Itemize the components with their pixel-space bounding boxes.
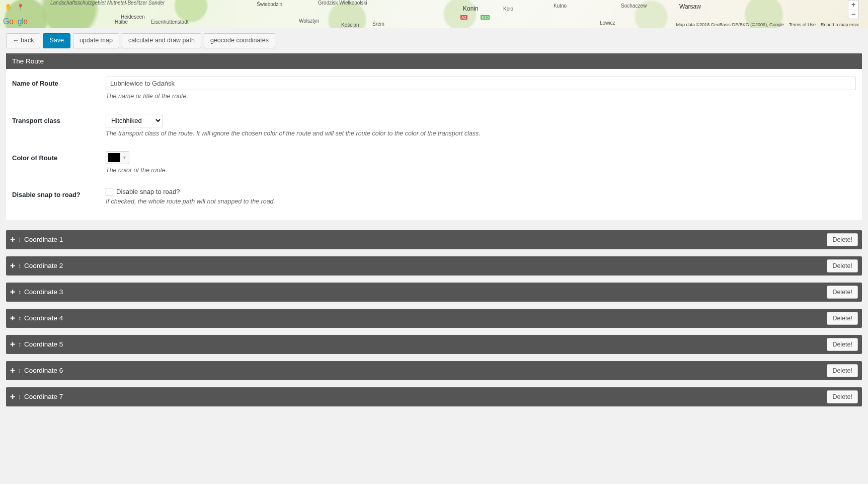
delete-button[interactable]: Delete! [827, 364, 858, 377]
move-icon[interactable]: ✚ [10, 393, 15, 400]
coordinate-handles: ✚↕ [10, 236, 21, 243]
calculate-draw-button[interactable]: calculate and draw path [122, 33, 201, 48]
sort-icon[interactable]: ↕ [18, 341, 21, 348]
map-city-label: Eisenhüttenstadt [151, 19, 189, 25]
zoom-in-button[interactable]: + [848, 1, 858, 10]
map-city-label: Landschaftsschutzgebiet Nuthetal-Beelitz… [50, 0, 165, 6]
move-icon[interactable]: ✚ [10, 315, 15, 322]
map-city-label: Kutno [554, 3, 567, 9]
coordinate-title: Coordinate 7 [24, 393, 827, 400]
color-swatch [108, 153, 120, 162]
coordinate-handles: ✚↕ [10, 315, 21, 322]
map-city-label: Warsaw [679, 3, 701, 10]
map-city-label: Konin [463, 5, 479, 12]
map-data-text: Map data ©2018 GeoBasis-DE/BKG (©2009), … [676, 22, 784, 27]
back-button[interactable]: ← back [6, 33, 40, 48]
road-sign: E30 [481, 15, 490, 20]
transport-label: Transport class [12, 114, 106, 124]
zoom-out-button[interactable]: − [848, 10, 858, 19]
coordinate-title: Coordinate 3 [24, 288, 827, 296]
map-city-label: Świebodzin [257, 2, 282, 7]
name-label: Name of Route [12, 77, 106, 87]
pan-icon[interactable]: ✋ [3, 2, 13, 12]
move-icon[interactable]: ✚ [10, 236, 15, 243]
snap-desc: If checked, the whole route path will no… [106, 198, 856, 205]
coordinate-title: Coordinate 4 [24, 314, 827, 322]
coordinate-bar[interactable]: ✚↕Coordinate 6Delete! [6, 361, 862, 380]
delete-button[interactable]: Delete! [827, 259, 858, 272]
route-panel-title: The Route [6, 53, 862, 69]
road-sign: A2 [460, 15, 467, 20]
update-map-button[interactable]: update map [73, 33, 119, 48]
snap-label: Disable snap to road? [12, 188, 106, 198]
color-picker[interactable]: ▼ [106, 151, 129, 164]
map-city-label: Łowicz [600, 20, 615, 26]
map-city-label: Sochaczew [621, 3, 647, 9]
map-city-label: Halbe [115, 19, 128, 25]
sort-icon[interactable]: ↕ [18, 315, 21, 322]
move-icon[interactable]: ✚ [10, 367, 15, 374]
field-transport: Transport class Hitchhiked The transport… [12, 114, 856, 137]
coordinate-bar[interactable]: ✚↕Coordinate 3Delete! [6, 283, 862, 302]
save-button[interactable]: Save [43, 33, 70, 48]
coordinate-handles: ✚↕ [10, 289, 21, 296]
map-zoom: + − [848, 0, 859, 19]
delete-button[interactable]: Delete! [827, 312, 858, 325]
google-logo: Google [3, 17, 28, 26]
move-icon[interactable]: ✚ [10, 341, 15, 348]
map-city-label: Kościan [341, 22, 359, 28]
transport-select[interactable]: Hitchhiked [106, 114, 163, 127]
coordinate-handles: ✚↕ [10, 262, 21, 269]
toolbar: ← back Save update map calculate and dra… [0, 28, 868, 53]
coordinate-handles: ✚↕ [10, 341, 21, 348]
field-name: Name of Route The name or title of the r… [12, 77, 856, 100]
coordinate-bar[interactable]: ✚↕Coordinate 5Delete! [6, 335, 862, 354]
name-desc: The name or title of the route. [106, 93, 856, 100]
coordinate-bar[interactable]: ✚↕Coordinate 1Delete! [6, 230, 862, 249]
coordinate-bar[interactable]: ✚↕Coordinate 4Delete! [6, 309, 862, 328]
coordinate-title: Coordinate 1 [24, 236, 827, 243]
route-name-input[interactable] [106, 77, 856, 90]
sort-icon[interactable]: ↕ [18, 393, 21, 400]
snap-checkbox-label: Disable snap to road? [116, 188, 180, 195]
delete-button[interactable]: Delete! [827, 390, 858, 403]
transport-desc: The transport class of the route. It wil… [106, 130, 856, 137]
delete-button[interactable]: Delete! [827, 233, 858, 246]
color-desc: The color of the route. [106, 167, 856, 174]
coordinate-bar[interactable]: ✚↕Coordinate 7Delete! [6, 387, 862, 406]
report-link[interactable]: Report a map error [821, 22, 859, 27]
map-city-label: Wolsztyn [299, 18, 319, 24]
move-icon[interactable]: ✚ [10, 289, 15, 296]
field-color: Color of Route ▼ The color of the route. [12, 151, 856, 174]
sort-icon[interactable]: ↕ [18, 367, 21, 374]
delete-button[interactable]: Delete! [827, 338, 858, 351]
route-panel: The Route Name of Route The name or titl… [6, 53, 862, 220]
map-city-label: Koło [503, 6, 513, 12]
map-tools: ✋ 📍 [3, 2, 25, 12]
color-label: Color of Route [12, 151, 106, 162]
map[interactable]: Landschaftsschutzgebiet Nuthetal-Beelitz… [0, 0, 868, 28]
geocode-button[interactable]: geocode coordinates [204, 33, 275, 48]
map-attribution: Map data ©2018 GeoBasis-DE/BKG (©2009), … [676, 22, 859, 27]
sort-icon[interactable]: ↕ [18, 236, 21, 243]
coordinate-bar[interactable]: ✚↕Coordinate 2Delete! [6, 256, 862, 275]
coordinate-list: ✚↕Coordinate 1Delete!✚↕Coordinate 2Delet… [6, 230, 862, 406]
field-snap: Disable snap to road? Disable snap to ro… [12, 188, 856, 205]
coordinate-title: Coordinate 6 [24, 367, 827, 374]
snap-checkbox[interactable] [106, 188, 113, 195]
delete-button[interactable]: Delete! [827, 286, 858, 299]
terms-link[interactable]: Terms of Use [789, 22, 816, 27]
move-icon[interactable]: ✚ [10, 262, 15, 269]
coordinate-title: Coordinate 5 [24, 340, 827, 348]
sort-icon[interactable]: ↕ [18, 262, 21, 269]
coordinate-title: Coordinate 2 [24, 262, 827, 269]
marker-icon[interactable]: 📍 [15, 2, 25, 12]
sort-icon[interactable]: ↕ [18, 289, 21, 296]
chevron-down-icon: ▼ [122, 155, 127, 160]
map-city-label: Śrem [372, 21, 384, 27]
map-city-label: Grodzisk Wielkopolski [318, 0, 367, 6]
coordinate-handles: ✚↕ [10, 367, 21, 374]
coordinate-handles: ✚↕ [10, 393, 21, 400]
